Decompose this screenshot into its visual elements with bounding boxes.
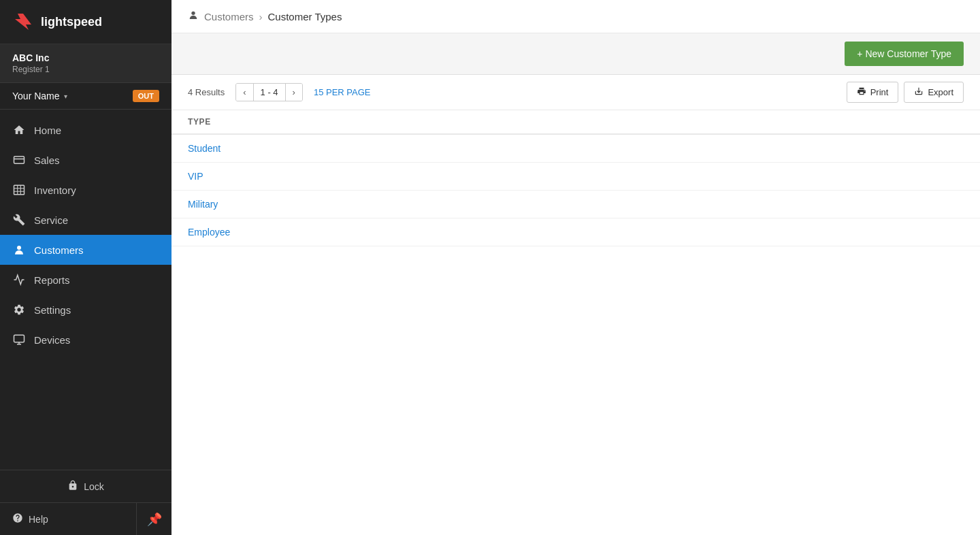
store-register: Register 1 [12, 65, 159, 74]
lock-button[interactable]: Lock [0, 470, 172, 502]
svg-point-5 [191, 12, 195, 15]
sidebar-item-devices-label: Devices [34, 334, 70, 346]
svg-marker-0 [15, 14, 31, 30]
settings-icon [12, 303, 26, 317]
sidebar-item-service-label: Service [34, 214, 68, 226]
print-button[interactable]: Print [847, 82, 899, 103]
svg-rect-2 [14, 185, 24, 195]
svg-point-3 [17, 246, 21, 250]
service-icon [12, 213, 26, 227]
sidebar-item-inventory-label: Inventory [34, 184, 76, 196]
user-chevron-icon: ▾ [64, 93, 67, 100]
page-range: 1 - 4 [254, 84, 286, 101]
per-page-selector[interactable]: 15 PER PAGE [314, 87, 371, 97]
sidebar-bottom: Help 📌 [0, 502, 172, 535]
pin-button[interactable]: 📌 [136, 503, 172, 535]
type-link[interactable]: Employee [188, 227, 230, 238]
action-bar: + New Customer Type [172, 33, 980, 75]
customer-types-table: TYPE StudentVIPMilitaryEmployee [172, 110, 980, 246]
sidebar-item-sales-label: Sales [34, 155, 60, 166]
sidebar-item-settings[interactable]: Settings [0, 295, 172, 325]
pin-icon: 📌 [147, 512, 162, 527]
breadcrumb-separator: › [259, 11, 263, 22]
customers-icon [12, 243, 26, 257]
sidebar-item-reports-label: Reports [34, 274, 70, 286]
sidebar-item-home[interactable]: Home [0, 115, 172, 145]
print-label: Print [870, 87, 889, 97]
export-icon [914, 86, 924, 98]
help-icon [12, 513, 23, 525]
sidebar-item-settings-label: Settings [34, 304, 71, 316]
sidebar-item-customers-label: Customers [34, 244, 84, 256]
sidebar-item-service[interactable]: Service [0, 205, 172, 235]
devices-icon [12, 333, 26, 346]
next-page-button[interactable]: › [286, 84, 302, 101]
home-icon [12, 123, 26, 137]
store-name: ABC Inc [12, 52, 159, 63]
type-cell: VIP [172, 163, 980, 191]
type-link[interactable]: Military [188, 199, 218, 210]
user-section: Your Name ▾ OUT [0, 83, 172, 110]
lock-label: Lock [84, 481, 104, 492]
type-column-header: TYPE [172, 110, 980, 134]
table-row: Student [172, 134, 980, 163]
svg-rect-4 [14, 335, 24, 342]
sidebar-item-home-label: Home [34, 125, 61, 136]
export-label: Export [928, 87, 953, 97]
help-button[interactable]: Help [0, 503, 136, 535]
inventory-icon [12, 183, 26, 197]
sidebar-logo: lightspeed [0, 0, 172, 44]
sidebar-item-customers[interactable]: Customers [0, 235, 172, 265]
export-button[interactable]: Export [904, 82, 964, 103]
main-content: Customers › Customer Types + New Custome… [172, 0, 980, 535]
out-badge[interactable]: OUT [133, 90, 159, 102]
breadcrumb-customers-icon [188, 10, 199, 23]
help-label: Help [29, 514, 48, 525]
type-link[interactable]: Student [188, 143, 220, 154]
user-name-text: Your Name [12, 91, 60, 101]
results-count: 4 Results [188, 87, 225, 97]
breadcrumb-parent-link[interactable]: Customers [204, 11, 254, 22]
svg-rect-1 [14, 157, 24, 164]
new-customer-type-button[interactable]: + New Customer Type [845, 42, 964, 66]
pagination-bar: 4 Results ‹ 1 - 4 › 15 PER PAGE Print Ex… [172, 75, 980, 110]
sidebar-item-reports[interactable]: Reports [0, 265, 172, 295]
pagination-actions: Print Export [847, 82, 964, 103]
lightspeed-logo-icon [12, 11, 34, 33]
table-row: Employee [172, 218, 980, 246]
type-link[interactable]: VIP [188, 171, 203, 182]
breadcrumb: Customers › Customer Types [172, 0, 980, 33]
content-area: TYPE StudentVIPMilitaryEmployee [172, 110, 980, 535]
sidebar-nav: Home Sales Inventory Service Customers [0, 110, 172, 470]
sales-icon [12, 153, 26, 167]
table-row: VIP [172, 163, 980, 191]
sidebar-item-devices[interactable]: Devices [0, 325, 172, 355]
type-cell: Military [172, 191, 980, 218]
table-row: Military [172, 191, 980, 218]
sidebar-item-inventory[interactable]: Inventory [0, 175, 172, 205]
reports-icon [12, 273, 26, 287]
breadcrumb-current-page: Customer Types [268, 11, 342, 22]
print-icon [857, 86, 866, 98]
sidebar-item-sales[interactable]: Sales [0, 145, 172, 175]
type-cell: Student [172, 134, 980, 163]
pagination-controls: ‹ 1 - 4 › [235, 83, 303, 101]
user-name-row[interactable]: Your Name ▾ [12, 91, 67, 101]
logo-text: lightspeed [41, 15, 102, 29]
type-cell: Employee [172, 218, 980, 246]
lock-icon [67, 480, 78, 493]
prev-page-button[interactable]: ‹ [236, 84, 253, 101]
sidebar: lightspeed ABC Inc Register 1 Your Name … [0, 0, 172, 535]
store-info: ABC Inc Register 1 [0, 44, 172, 83]
